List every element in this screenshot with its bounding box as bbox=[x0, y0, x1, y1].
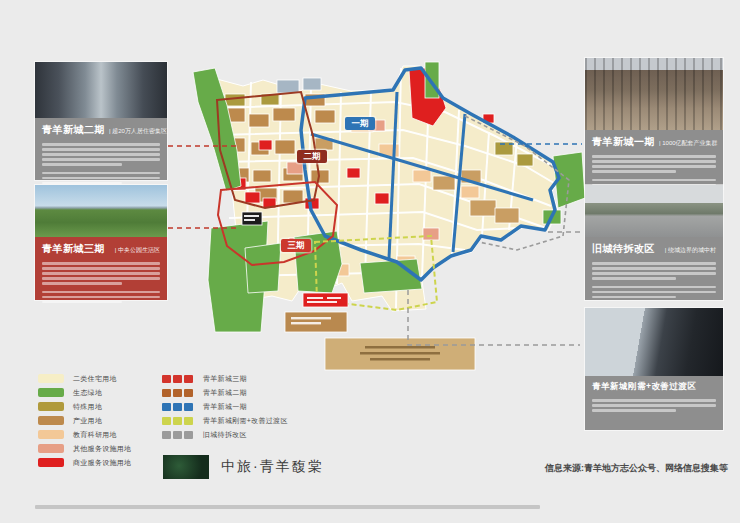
transition-photo bbox=[585, 308, 723, 376]
legend-label: 青羊新城刚需+改善过渡区 bbox=[203, 416, 288, 426]
map-project-marker bbox=[242, 212, 262, 225]
panel-phase2: 青羊新城二期 | 超20万人居住密集区 bbox=[35, 62, 167, 180]
legend-item: 特殊用地 bbox=[38, 402, 131, 411]
transition-title: 青羊新城刚需+改善过渡区 bbox=[592, 381, 696, 393]
poster: 一期 二期 三期 青羊新城二期 | 超20万人居住密集区 青羊新城三期 | 中央… bbox=[0, 0, 740, 523]
legend-item: 旧城待拆改区 bbox=[162, 430, 288, 439]
legend-swatch bbox=[162, 431, 194, 439]
legend-label: 青羊新城二期 bbox=[203, 388, 247, 398]
map-badge-phase3: 三期 bbox=[281, 239, 311, 252]
transition-body-text bbox=[592, 399, 716, 412]
phase1-title: 青羊新城一期 bbox=[592, 135, 655, 149]
panel-oldtown: 旧城待拆改区 | 绕城边界的城中村 bbox=[585, 185, 723, 300]
phase2-subtitle: | 超20万人居住密集区 bbox=[109, 127, 167, 136]
legend-label: 生态绿地 bbox=[73, 388, 102, 398]
panel-phase1: 青羊新城一期 | 1000亿配套产业集群 bbox=[585, 58, 723, 189]
map-badge-phase1: 一期 bbox=[345, 117, 375, 130]
phase1-body-text bbox=[592, 155, 716, 173]
legend-swatch bbox=[162, 389, 194, 397]
legend-label: 其他服务设施用地 bbox=[73, 444, 131, 454]
legend-swatch bbox=[38, 416, 64, 425]
legend-swatch bbox=[162, 403, 194, 411]
master-plan-map bbox=[165, 50, 585, 375]
legend-swatch bbox=[38, 458, 64, 467]
legend-item: 青羊新城二期 bbox=[162, 388, 288, 397]
legend-swatch bbox=[38, 402, 64, 411]
legend-landuse-list: 二类住宅用地生态绿地特殊用地产业用地教育科研用地其他服务设施用地商业服务设施用地 bbox=[38, 374, 131, 472]
phase2-body-text bbox=[42, 143, 160, 166]
legend-item: 青羊新城刚需+改善过渡区 bbox=[162, 416, 288, 425]
legend-label: 青羊新城一期 bbox=[203, 402, 247, 412]
phase3-title: 青羊新城三期 bbox=[42, 242, 105, 256]
legend-label: 教育科研用地 bbox=[73, 430, 117, 440]
oldtown-body-text-2 bbox=[592, 286, 716, 299]
legend-label: 产业用地 bbox=[73, 416, 102, 426]
legend-boundary-list: 青羊新城三期青羊新城二期青羊新城一期青羊新城刚需+改善过渡区旧城待拆改区 bbox=[162, 374, 288, 444]
phase1-photo bbox=[585, 58, 723, 130]
legend-item: 商业服务设施用地 bbox=[38, 458, 131, 467]
legend-swatch bbox=[38, 430, 64, 439]
map-commercial-strip bbox=[303, 293, 348, 307]
legend-swatch bbox=[162, 417, 194, 425]
oldtown-photo bbox=[585, 185, 723, 237]
legend-item: 二类住宅用地 bbox=[38, 374, 131, 383]
panel-transition: 青羊新城刚需+改善过渡区 bbox=[585, 308, 723, 430]
legend-item: 其他服务设施用地 bbox=[38, 444, 131, 453]
legend-item: 产业用地 bbox=[38, 416, 131, 425]
oldtown-subtitle: | 绕城边界的城中村 bbox=[665, 246, 716, 255]
legend-label: 青羊新城三期 bbox=[203, 374, 247, 384]
phase1-subtitle: | 1000亿配套产业集群 bbox=[659, 139, 718, 148]
phase2-body-text-2 bbox=[42, 172, 160, 185]
oldtown-body-text bbox=[592, 262, 716, 280]
map-badge-phase2: 二期 bbox=[297, 150, 327, 163]
legend-swatch bbox=[38, 374, 64, 383]
phase3-photo bbox=[35, 185, 167, 237]
source-note: 信息来源:青羊地方志公众号、网络信息搜集等 bbox=[545, 462, 728, 475]
brand: 中旅·青羊馥棠 bbox=[163, 455, 324, 479]
phase3-subtitle: | 中央公园生活区 bbox=[115, 246, 160, 255]
disclaimer-text-illegible bbox=[35, 505, 540, 509]
legend-label: 特殊用地 bbox=[73, 402, 102, 412]
legend-item: 生态绿地 bbox=[38, 388, 131, 397]
legend-label: 二类住宅用地 bbox=[73, 374, 117, 384]
legend-item: 青羊新城三期 bbox=[162, 374, 288, 383]
legend-item: 青羊新城一期 bbox=[162, 402, 288, 411]
brand-thumbnail-image bbox=[163, 455, 209, 479]
legend-item: 教育科研用地 bbox=[38, 430, 131, 439]
legend-label: 商业服务设施用地 bbox=[73, 458, 131, 468]
legend-label: 旧城待拆改区 bbox=[203, 430, 247, 440]
phase3-body-text bbox=[42, 262, 160, 285]
legend-swatch bbox=[38, 388, 64, 397]
legend-swatch bbox=[162, 375, 194, 383]
panel-phase3: 青羊新城三期 | 中央公园生活区 bbox=[35, 185, 167, 300]
phase2-title: 青羊新城二期 bbox=[42, 123, 105, 137]
map-railway-facility bbox=[285, 312, 475, 370]
legend-swatch bbox=[38, 444, 64, 453]
brand-name: 中旅·青羊馥棠 bbox=[221, 458, 324, 476]
phase3-body-text-2 bbox=[42, 291, 160, 304]
oldtown-title: 旧城待拆改区 bbox=[592, 242, 655, 256]
phase2-photo bbox=[35, 62, 167, 118]
